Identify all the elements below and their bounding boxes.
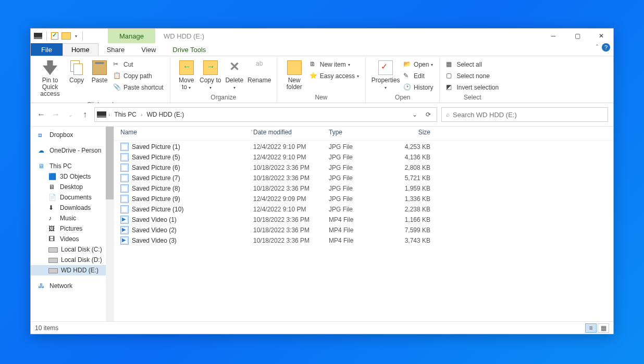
file-row[interactable]: Saved Video (1)10/18/2022 3:36 PMMP4 Fil… xyxy=(114,215,613,225)
column-header-name[interactable]: Name˄ xyxy=(120,129,253,136)
scissors-icon: ✂ xyxy=(113,60,121,69)
file-row[interactable]: Saved Picture (1)12/4/2022 9:10 PMJPG Fi… xyxy=(114,142,613,152)
breadcrumb-drive[interactable]: WD HDD (E:) xyxy=(144,111,186,118)
image-file-icon xyxy=(120,205,129,214)
sidebar-item-documents[interactable]: 📄Documents xyxy=(31,192,114,203)
sidebar-item-videos[interactable]: 🎞Videos xyxy=(31,234,114,244)
contextual-tab-manage[interactable]: Manage xyxy=(108,29,155,43)
sidebar-item-wd-hdd-e-[interactable]: WD HDD (E:) xyxy=(31,265,114,275)
history-button[interactable]: 🕑History xyxy=(401,82,435,93)
address-dropdown-button[interactable]: ⌄ xyxy=(408,111,421,118)
drive-icon xyxy=(34,33,42,39)
copy-button[interactable]: Copy xyxy=(65,58,88,86)
new-item-button[interactable]: 🗎New item ▾ xyxy=(307,59,361,70)
refresh-button[interactable]: ⟳ xyxy=(422,111,435,118)
column-header-type[interactable]: Type xyxy=(329,129,391,136)
recent-locations-button[interactable]: ⌄ xyxy=(65,112,76,118)
edit-button[interactable]: ✎Edit xyxy=(401,71,435,81)
status-bar: 10 items ≡ ▦ xyxy=(31,321,613,334)
file-type: JPG File xyxy=(329,185,391,192)
chevron-right-icon[interactable]: › xyxy=(141,112,142,118)
easy-access-button[interactable]: ⭐Easy access ▾ xyxy=(307,71,361,81)
invert-selection-icon: ◩ xyxy=(446,83,454,92)
minimize-button[interactable]: ─ xyxy=(541,29,565,43)
search-input[interactable] xyxy=(453,111,603,119)
column-header-modified[interactable]: Date modified xyxy=(253,129,329,136)
sidebar-item-3d-objects[interactable]: 🟦3D Objects xyxy=(31,171,114,182)
file-name: Saved Picture (10) xyxy=(132,206,183,213)
paste-shortcut-icon: 📎 xyxy=(113,83,121,92)
sidebar-item-local-disk-d-[interactable]: Local Disk (D:) xyxy=(31,255,114,265)
chevron-right-icon[interactable]: › xyxy=(108,112,110,118)
file-row[interactable]: Saved Picture (9)12/4/2022 9:09 PMJPG Fi… xyxy=(114,194,613,204)
select-all-button[interactable]: ▦Select all xyxy=(444,59,501,70)
tab-view[interactable]: View xyxy=(133,43,164,56)
rename-button[interactable]: ab Rename xyxy=(246,58,273,86)
address-bar[interactable]: › This PC › WD HDD (E:) ⌄ ⟳ xyxy=(94,107,437,122)
move-to-button[interactable]: Move to ▾ xyxy=(175,58,199,93)
sidebar-scrollbar-thumb[interactable] xyxy=(106,127,114,199)
file-modified: 10/18/2022 3:36 PM xyxy=(253,237,329,244)
this-pc-icon: 🖥 xyxy=(38,162,46,170)
sidebar-item-local-disk-c-[interactable]: Local Disk (C:) xyxy=(31,244,114,255)
sidebar-item-downloads[interactable]: ⬇Downloads xyxy=(31,203,114,213)
breadcrumb-this-pc[interactable]: This PC xyxy=(112,111,139,118)
file-row[interactable]: Saved Picture (6)10/18/2022 3:36 PMJPG F… xyxy=(114,162,613,173)
file-modified: 10/18/2022 3:36 PM xyxy=(253,164,329,171)
select-none-button[interactable]: ▢Select none xyxy=(444,71,501,81)
edit-icon: ✎ xyxy=(403,72,412,80)
search-box[interactable]: ⌕ xyxy=(441,107,608,122)
column-header-size[interactable]: Size xyxy=(391,129,430,136)
paste-shortcut-button[interactable]: 📎Paste shortcut xyxy=(111,82,166,93)
forward-button[interactable]: → xyxy=(51,110,61,119)
delete-button[interactable]: ✕ Delete ▾ xyxy=(222,58,246,93)
file-name: Saved Picture (9) xyxy=(132,195,180,203)
sidebar-item-music[interactable]: ♪Music xyxy=(31,213,114,223)
easy-access-icon: ⭐ xyxy=(309,72,318,80)
tab-file[interactable]: File xyxy=(31,43,63,56)
file-row[interactable]: Saved Video (2)10/18/2022 3:36 PMMP4 Fil… xyxy=(114,225,613,235)
copy-path-button[interactable]: 📋Copy path xyxy=(111,71,166,81)
tab-share[interactable]: Share xyxy=(98,43,133,56)
tab-drive-tools[interactable]: Drive Tools xyxy=(164,43,214,56)
file-row[interactable]: Saved Picture (8)10/18/2022 3:36 PMJPG F… xyxy=(114,183,613,194)
status-item-count: 10 items xyxy=(35,324,58,332)
tab-home[interactable]: Home xyxy=(63,43,98,56)
explorer-window: ▾ Manage WD HDD (E:) ─ ▢ ✕ File Home Sha… xyxy=(30,28,614,334)
details-view-button[interactable]: ≡ xyxy=(585,323,597,333)
sidebar-item-dropbox[interactable]: ⧈ Dropbox xyxy=(31,130,114,140)
paste-button[interactable]: Paste xyxy=(88,58,111,86)
open-button[interactable]: 📂Open ▾ xyxy=(401,59,435,70)
move-to-icon xyxy=(179,60,194,75)
qat-properties-icon[interactable] xyxy=(51,32,58,40)
help-icon[interactable]: ? xyxy=(602,43,610,52)
file-list[interactable]: Saved Picture (1)12/4/2022 9:10 PMJPG Fi… xyxy=(114,141,613,321)
invert-selection-button[interactable]: ◩Invert selection xyxy=(444,82,501,93)
sidebar-item-desktop[interactable]: 🖥Desktop xyxy=(31,182,114,192)
file-row[interactable]: Saved Picture (5)12/4/2022 9:10 PMJPG Fi… xyxy=(114,152,613,162)
properties-button[interactable]: Properties ▾ xyxy=(370,58,401,93)
back-button[interactable]: ← xyxy=(36,110,46,119)
file-row[interactable]: Saved Picture (10)12/4/2022 9:10 PMJPG F… xyxy=(114,204,613,215)
file-modified: 10/18/2022 3:36 PM xyxy=(253,174,329,182)
qat-newfolder-icon[interactable] xyxy=(61,32,71,40)
tiles-view-button[interactable]: ▦ xyxy=(598,323,609,333)
sidebar-item-network[interactable]: 🖧 Network xyxy=(31,281,114,291)
up-button[interactable]: ↑ xyxy=(80,110,90,119)
file-row[interactable]: Saved Picture (7)10/18/2022 3:36 PMJPG F… xyxy=(114,173,613,183)
maximize-button[interactable]: ▢ xyxy=(565,29,589,43)
new-folder-button[interactable]: New folder xyxy=(281,58,307,93)
sidebar-scrollbar[interactable] xyxy=(106,127,114,321)
file-row[interactable]: Saved Video (3)10/18/2022 3:36 PMMP4 Fil… xyxy=(114,235,613,246)
cut-button[interactable]: ✂Cut xyxy=(111,59,166,70)
sidebar-item-onedrive[interactable]: ☁ OneDrive - Person xyxy=(31,145,114,156)
sidebar-item-pictures[interactable]: 🖼Pictures xyxy=(31,223,114,234)
close-button[interactable]: ✕ xyxy=(589,29,613,43)
collapse-ribbon-icon[interactable]: ˄ xyxy=(596,44,599,51)
pin-to-quick-access-button[interactable]: Pin to Quick access xyxy=(35,58,65,100)
drive-icon xyxy=(97,111,106,118)
rename-icon: ab xyxy=(252,60,267,75)
sidebar-item-this-pc[interactable]: 🖥 This PC xyxy=(31,161,114,171)
qat-dropdown-icon[interactable]: ▾ xyxy=(74,34,78,39)
copy-to-button[interactable]: Copy to ▾ xyxy=(199,58,222,93)
